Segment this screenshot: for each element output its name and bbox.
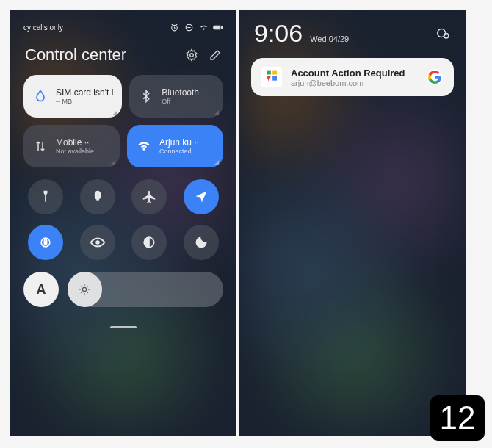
svg-rect-13 bbox=[261, 67, 282, 87]
tile-mobile-label: Mobile ·· bbox=[56, 137, 94, 148]
mobile-data-icon bbox=[32, 138, 48, 154]
google-icon bbox=[426, 68, 444, 86]
wifi-icon bbox=[198, 22, 209, 32]
expand-corner-icon bbox=[214, 160, 219, 165]
clock-date: Wed 04/29 bbox=[310, 35, 349, 43]
wifi-icon bbox=[136, 138, 152, 154]
tile-bluetooth[interactable]: Bluetooth Off bbox=[129, 75, 223, 118]
svg-point-10 bbox=[83, 287, 87, 291]
alarm-icon bbox=[169, 22, 179, 32]
status-bar: cy calls only bbox=[10, 10, 236, 38]
notification-subtitle: arjun@beebom.com bbox=[291, 79, 417, 87]
tile-sim-sub: -- MB bbox=[56, 98, 113, 105]
status-icons bbox=[169, 22, 223, 32]
battery-icon bbox=[213, 22, 223, 32]
notification-bubble-icon[interactable] bbox=[435, 26, 451, 42]
notification-title: Account Action Required bbox=[291, 68, 417, 79]
expand-corner-icon bbox=[111, 160, 115, 165]
toggle-rotation-lock[interactable] bbox=[28, 225, 63, 260]
tile-wifi[interactable]: Arjun ku ·· Connected bbox=[127, 125, 223, 167]
expand-corner-icon bbox=[113, 110, 117, 115]
tile-mobile-data[interactable]: Mobile ·· Not available bbox=[23, 125, 120, 167]
toggle-airplane[interactable] bbox=[131, 179, 167, 214]
tile-mobile-sub: Not available bbox=[56, 148, 94, 155]
phone-right: 9:06 Wed 04/29 Account Action Required a… bbox=[239, 10, 466, 436]
brightness-slider[interactable] bbox=[68, 272, 223, 307]
settings-icon[interactable] bbox=[185, 48, 198, 62]
tile-wifi-sub: Connected bbox=[159, 148, 199, 155]
svg-rect-7 bbox=[44, 241, 46, 244]
tile-bt-label: Bluetooth bbox=[162, 87, 199, 98]
control-center-header: Control center bbox=[10, 38, 236, 75]
svg-point-5 bbox=[190, 54, 194, 57]
phone-left: cy calls only Control center bbox=[10, 10, 236, 436]
brightness-icon bbox=[79, 283, 90, 295]
data-drop-icon bbox=[32, 88, 48, 104]
status-carrier: cy calls only bbox=[23, 24, 63, 32]
brightness-fill bbox=[68, 272, 102, 307]
lockscreen-header: 9:06 Wed 04/29 bbox=[239, 10, 466, 51]
notification-card[interactable]: Account Action Required arjun@beebom.com bbox=[251, 58, 454, 96]
bluetooth-icon bbox=[138, 88, 154, 104]
tile-sim-label: SIM card isn't i bbox=[56, 87, 113, 98]
edit-icon[interactable] bbox=[209, 48, 222, 62]
tile-bt-sub: Off bbox=[162, 98, 199, 105]
expand-corner-icon bbox=[214, 110, 219, 115]
drag-handle[interactable] bbox=[110, 326, 137, 328]
svg-rect-3 bbox=[222, 26, 223, 28]
control-center-title: Control center bbox=[25, 46, 126, 65]
toggle-visibility[interactable] bbox=[80, 225, 115, 260]
svg-rect-4 bbox=[214, 26, 220, 28]
svg-point-8 bbox=[96, 241, 99, 244]
toggle-auto-brightness[interactable]: A bbox=[23, 272, 59, 307]
tile-wifi-label: Arjun ku ·· bbox=[159, 137, 199, 148]
tile-sim-data[interactable]: SIM card isn't i -- MB bbox=[23, 75, 122, 118]
toggle-sound[interactable] bbox=[80, 179, 115, 214]
play-store-icon bbox=[261, 67, 282, 87]
toggle-flashlight[interactable] bbox=[28, 179, 63, 214]
toggle-dnd[interactable] bbox=[184, 225, 219, 260]
sync-icon bbox=[184, 22, 194, 32]
toggle-dark-mode[interactable] bbox=[131, 225, 167, 260]
clock-time: 9:06 bbox=[254, 19, 303, 48]
toggle-location[interactable] bbox=[184, 179, 219, 214]
